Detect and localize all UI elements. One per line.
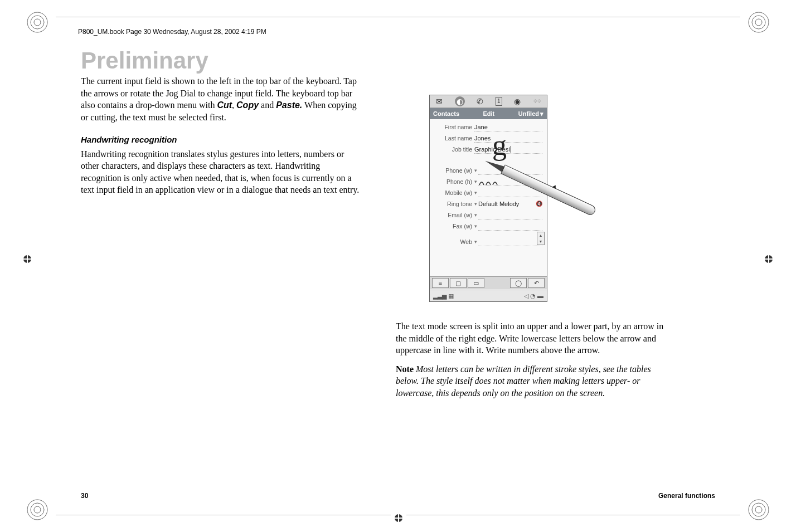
note-body: Most letters can be written in different… [396,364,651,398]
email-w-label: Email (w) [434,211,472,219]
last-name-input[interactable]: Jones [474,134,542,143]
crop-mark-bottom [390,510,407,526]
internet-icon[interactable]: ◉ [514,96,521,107]
note-icon[interactable]: ◯ [510,278,527,288]
handwriting-sample: g [492,126,507,165]
paragraph-handwriting: Handwriting recognition translates stylu… [81,148,360,196]
job-title-row: Job title Graphic Desi [434,145,542,154]
apps-icon[interactable]: ⁘⁘ [533,97,541,105]
email-w-row: Email (w) ▾ [434,211,542,219]
scroll-up-icon[interactable]: ▲ [539,233,543,238]
contacts-icon[interactable]: ◐ [455,96,465,106]
phone-menubar: Contacts Edit Unfiled▾ [430,108,547,119]
signal-icon: ▂▃▅ ▦ [433,292,454,300]
new-page-icon[interactable]: ▢ [450,278,467,288]
page-number: 30 [81,492,88,500]
handwriting-heading: Handwriting recognition [81,134,360,145]
fax-w-label: Fax (w) [434,222,472,230]
last-name-row: Last name Jones [434,134,542,143]
fax-w-row: Fax (w) ▾ [434,222,542,231]
phone-icon[interactable]: ✆ [477,96,483,107]
job-title-label: Job title [434,145,472,153]
left-column: The current input field is shown to the … [81,75,360,201]
note-label: Note [396,364,414,374]
calendar-icon[interactable]: 1 [496,97,502,106]
last-name-label: Last name [434,134,472,142]
section-title: General functions [658,492,715,500]
mobile-w-input[interactable] [478,189,542,197]
phone-h-label: Phone (h) [434,178,472,186]
watermark-text: Preliminary [81,47,208,74]
chevron-down-icon[interactable]: ▾ [474,178,477,185]
ringtone-label: Ring tone [434,200,472,208]
svg-point-11 [755,506,762,513]
svg-point-1 [31,16,44,29]
scroll-control[interactable]: ▲ ▼ [537,232,545,245]
status-right: ◁ ◔ ▬ [524,292,543,300]
chevron-down-icon[interactable]: ▾ [474,212,477,218]
note-paragraph: Note Most letters can be written in diff… [396,363,674,399]
phone-bottombar: ≡ ▢ ▭ ◯ ↶ [430,276,547,289]
corner-mark-tr [745,8,773,36]
paragraph-textmode: The text mode screen is split into an up… [396,320,674,357]
cut-label: Cut [217,100,232,110]
svg-point-7 [31,503,44,516]
back-icon[interactable]: ↶ [528,278,545,288]
fax-w-input[interactable] [478,222,542,231]
list-view-icon[interactable]: ≡ [432,278,449,288]
top-trim-line [56,17,740,17]
ringtone-row: Ring tone ▾ Default Melody 🔇 [434,199,542,208]
web-label: Web [434,238,472,246]
web-input[interactable] [478,238,542,246]
job-title-input[interactable]: Graphic Desi [474,145,542,154]
unfiled-menu[interactable]: Unfiled▾ [518,110,543,118]
corner-mark-tl [23,8,51,36]
mobile-w-label: Mobile (w) [434,189,472,197]
phone-w-label: Phone (w) [434,167,472,174]
phone-statusbar: ▂▃▅ ▦ ◁ ◔ ▬ [430,290,547,301]
svg-point-6 [27,500,47,520]
chevron-down-icon[interactable]: ▾ [474,201,477,207]
crop-mark-left [19,251,36,267]
svg-point-0 [27,12,47,32]
phone-illustration: ✉ ◐ ✆ 1 ◉ ⁘⁘ Contacts Edit Unfiled▾ Firs… [429,95,555,306]
svg-point-2 [34,19,41,26]
card-icon[interactable]: ▭ [468,278,484,288]
contacts-menu[interactable]: Contacts [433,110,459,118]
chevron-down-icon: ▾ [540,110,543,118]
phone-topbar: ✉ ◐ ✆ 1 ◉ ⁘⁘ [430,95,547,108]
page-footer: 30 General functions [81,492,715,500]
running-header: P800_UM.book Page 30 Wednesday, August 2… [78,28,266,36]
paste-label: Paste. [276,100,302,110]
paragraph-keyboard: The current input field is shown to the … [81,75,360,123]
chevron-down-icon[interactable]: ▾ [474,167,477,174]
first-name-input[interactable]: Jane [474,123,542,131]
web-row: Web ▾ [434,237,542,246]
ringtone-value[interactable]: Default Melody [478,200,536,208]
first-name-label: First name [434,123,472,131]
corner-mark-br [745,496,773,524]
speaker-icon[interactable]: 🔇 [536,200,542,208]
chevron-down-icon[interactable]: ▾ [474,238,477,245]
svg-point-8 [34,506,41,513]
handwriting-strokes [478,178,501,186]
scroll-down-icon[interactable]: ▼ [539,239,543,244]
messaging-icon[interactable]: ✉ [436,96,443,107]
right-column: ✉ ◐ ✆ 1 ◉ ⁘⁘ Contacts Edit Unfiled▾ Firs… [396,95,674,406]
edit-menu[interactable]: Edit [483,110,495,118]
svg-point-10 [752,503,765,516]
copy-label: Copy [236,100,259,110]
chevron-down-icon[interactable]: ▾ [474,223,477,230]
svg-point-3 [749,12,769,32]
crop-mark-right [760,251,777,267]
svg-point-5 [755,19,762,26]
svg-point-4 [752,16,765,29]
corner-mark-bl [23,496,51,524]
first-name-row: First name Jane [434,123,542,131]
chevron-down-icon[interactable]: ▾ [474,189,477,196]
phone-w-row: Phone (w) ▾ [434,166,542,175]
svg-point-9 [749,500,769,520]
email-w-input[interactable] [478,211,542,219]
phone-screen: ✉ ◐ ✆ 1 ◉ ⁘⁘ Contacts Edit Unfiled▾ Firs… [429,95,547,302]
mobile-w-row: Mobile (w) ▾ [434,188,542,197]
